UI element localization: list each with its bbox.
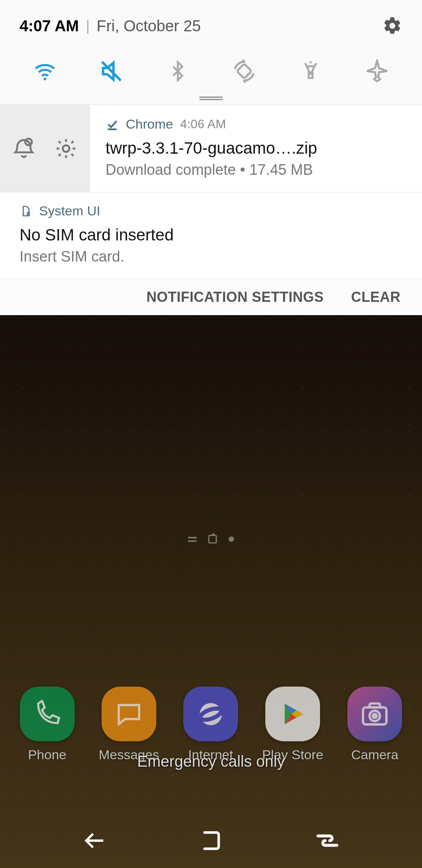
- notification-settings-button[interactable]: NOTIFICATION SETTINGS: [147, 289, 324, 305]
- auto-rotate-toggle[interactable]: [229, 56, 260, 87]
- app-camera[interactable]: Camera: [347, 687, 402, 762]
- dim-overlay: [0, 235, 422, 868]
- status-header: 4:07 AM | Fri, October 25: [0, 0, 422, 44]
- notification-download[interactable]: Chrome 4:06 AM twrp-3.3.1-70-guacamo….zi…: [0, 105, 422, 192]
- internet-app-icon: [183, 687, 238, 741]
- clock-date: Fri, October 25: [97, 17, 201, 35]
- bluetooth-toggle[interactable]: [162, 56, 193, 87]
- airplane-toggle[interactable]: [361, 56, 393, 87]
- app-phone[interactable]: Phone: [20, 687, 75, 762]
- apps-page-icon: [188, 537, 197, 542]
- header-divider: |: [86, 18, 89, 34]
- mute-toggle[interactable]: [96, 56, 127, 87]
- app-dock: Phone Messages Internet Play Store Camer…: [0, 687, 422, 762]
- panel-drag-handle[interactable]: [199, 97, 223, 100]
- home-button[interactable]: [198, 829, 223, 853]
- sim-missing-icon: [20, 205, 32, 217]
- messages-app-icon: [102, 687, 156, 741]
- notification-subtitle: Insert SIM card.: [20, 248, 402, 265]
- app-playstore[interactable]: Play Store: [262, 687, 324, 762]
- app-internet[interactable]: Internet: [183, 687, 238, 762]
- notification-time: 4:06 AM: [180, 117, 226, 131]
- svg-rect-21: [370, 703, 380, 707]
- quick-settings-row: [0, 44, 422, 104]
- svg-rect-2: [237, 64, 252, 79]
- notification-subtitle: Download complete • 17.45 MB: [106, 161, 406, 178]
- notification-footer: NOTIFICATION SETTINGS CLEAR: [0, 279, 422, 315]
- snooze-icon[interactable]: [13, 137, 35, 160]
- wallpaper: [0, 235, 422, 868]
- svg-point-8: [63, 145, 69, 152]
- download-done-icon: [106, 118, 119, 131]
- emergency-calls-text: Emergency calls only: [0, 753, 422, 770]
- notification-actions-side: [0, 105, 90, 192]
- clear-button[interactable]: CLEAR: [351, 289, 401, 305]
- svg-point-20: [373, 714, 377, 718]
- phone-app-icon: [20, 687, 75, 741]
- flashlight-toggle[interactable]: [295, 56, 326, 87]
- svg-point-0: [44, 78, 46, 81]
- home-page-icon: [208, 535, 217, 543]
- navigation-bar: [0, 813, 422, 868]
- svg-line-5: [315, 63, 316, 65]
- wifi-toggle[interactable]: [29, 56, 61, 87]
- clock-time: 4:07 AM: [20, 17, 79, 35]
- app-messages[interactable]: Messages: [98, 687, 159, 762]
- notification-app-name: Chrome: [126, 117, 173, 132]
- notification-sim[interactable]: System UI No SIM card inserted Insert SI…: [0, 192, 422, 279]
- notification-app-name: System UI: [39, 203, 100, 219]
- svg-line-4: [305, 63, 307, 65]
- page-indicator: [188, 535, 234, 543]
- back-button[interactable]: [80, 827, 108, 854]
- playstore-app-icon: [265, 687, 320, 741]
- svg-point-6: [310, 72, 312, 74]
- notification-title: No SIM card inserted: [20, 226, 402, 244]
- gear-icon[interactable]: [55, 137, 77, 160]
- notification-title: twrp-3.3.1-70-guacamo….zip: [106, 139, 406, 158]
- camera-app-icon: [347, 687, 402, 741]
- settings-gear-icon[interactable]: [382, 16, 402, 36]
- page-dot: [229, 536, 234, 542]
- recents-button[interactable]: [313, 827, 342, 855]
